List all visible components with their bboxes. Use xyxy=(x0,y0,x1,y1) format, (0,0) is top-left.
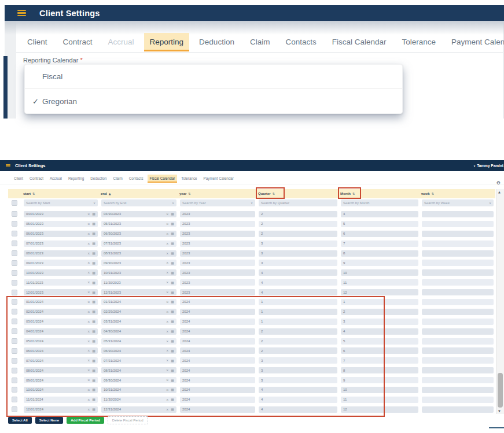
year-field[interactable]: 2023 xyxy=(180,250,255,257)
column-header-month[interactable]: Month⇅ xyxy=(339,192,420,195)
row-checkbox[interactable] xyxy=(12,309,17,314)
start-field[interactable]: 05/01/2024×▦ xyxy=(24,338,98,345)
row-checkbox[interactable] xyxy=(12,299,17,305)
end-field[interactable]: 07/31/2023×▦ xyxy=(101,240,176,247)
calendar-icon[interactable]: ▦ xyxy=(171,222,174,225)
clear-icon[interactable]: × xyxy=(166,408,168,412)
year-field[interactable]: 2023 xyxy=(180,211,255,217)
clear-icon[interactable]: × xyxy=(166,251,168,256)
clear-icon[interactable]: × xyxy=(87,310,90,314)
quarter-field[interactable]: 4 xyxy=(259,269,337,276)
calendar-icon[interactable]: ▦ xyxy=(171,251,174,255)
calendar-icon[interactable]: ▦ xyxy=(171,232,174,235)
week-field[interactable] xyxy=(422,309,494,315)
row-checkbox[interactable] xyxy=(12,348,17,354)
calendar-icon[interactable]: ▦ xyxy=(171,339,174,343)
row-checkbox[interactable] xyxy=(12,221,17,227)
month-field[interactable]: 10 xyxy=(341,387,418,393)
month-field[interactable]: 8 xyxy=(341,367,418,373)
row-checkbox[interactable] xyxy=(12,358,17,364)
tab-deduction[interactable]: Deduction xyxy=(88,175,109,183)
vertical-scrollbar[interactable]: ▲ ▼ xyxy=(496,189,504,414)
week-field[interactable] xyxy=(422,328,494,335)
clear-icon[interactable]: × xyxy=(166,300,168,304)
calendar-icon[interactable]: ▦ xyxy=(171,291,174,294)
clear-icon[interactable]: × xyxy=(87,368,90,372)
end-field[interactable]: 06/30/2023×▦ xyxy=(101,231,176,237)
week-field[interactable] xyxy=(422,357,494,364)
start-field[interactable]: 09/01/2023×▦ xyxy=(24,260,98,266)
month-field[interactable]: 8 xyxy=(341,250,418,257)
clear-icon[interactable]: × xyxy=(87,320,90,324)
row-checkbox[interactable] xyxy=(12,240,17,246)
quarter-field[interactable]: 3 xyxy=(259,377,337,383)
search-input-start[interactable]: Search by Start∨ xyxy=(24,199,98,206)
row-checkbox[interactable] xyxy=(12,290,17,295)
end-field[interactable]: 11/30/2023×▦ xyxy=(101,279,176,286)
week-field[interactable] xyxy=(422,319,494,325)
calendar-icon[interactable]: ▦ xyxy=(171,212,174,216)
start-field[interactable]: 04/01/2024×▦ xyxy=(24,328,98,335)
clear-icon[interactable]: × xyxy=(166,242,168,246)
tab-accrual[interactable]: Accrual xyxy=(102,33,140,51)
month-field[interactable]: 7 xyxy=(341,357,418,364)
week-field[interactable] xyxy=(422,240,494,247)
year-field[interactable]: 2024 xyxy=(180,328,255,335)
clear-icon[interactable]: × xyxy=(87,232,90,236)
start-field[interactable]: 07/01/2023×▦ xyxy=(24,240,98,247)
row-checkbox[interactable] xyxy=(12,319,17,324)
year-field[interactable]: 2024 xyxy=(180,347,255,354)
end-field[interactable]: 06/30/2024×▦ xyxy=(101,347,176,354)
row-checkbox[interactable] xyxy=(12,211,17,217)
row-checkbox[interactable] xyxy=(12,280,17,286)
dropdown-option-gregorian[interactable]: ✓ Gregorian xyxy=(25,89,402,113)
quarter-field[interactable]: 2 xyxy=(259,211,337,217)
start-field[interactable]: 06/01/2023×▦ xyxy=(24,231,98,237)
clear-icon[interactable]: × xyxy=(166,358,168,362)
month-field[interactable]: 5 xyxy=(341,221,418,227)
end-field[interactable]: 09/30/2023×▦ xyxy=(101,260,176,266)
week-field[interactable] xyxy=(422,377,494,383)
row-checkbox[interactable] xyxy=(12,338,17,344)
start-field[interactable]: 06/01/2024×▦ xyxy=(24,347,98,354)
end-field[interactable]: 12/31/2023×▦ xyxy=(101,289,176,295)
column-header-start[interactable]: start⇅ xyxy=(22,192,100,195)
calendar-icon[interactable]: ▦ xyxy=(171,408,174,411)
quarter-field[interactable]: 3 xyxy=(259,357,337,364)
year-field[interactable]: 2024 xyxy=(180,397,255,403)
week-field[interactable] xyxy=(422,406,494,413)
clear-icon[interactable]: × xyxy=(87,398,90,402)
calendar-icon[interactable]: ▦ xyxy=(92,369,95,372)
week-field[interactable] xyxy=(422,387,494,393)
quarter-field[interactable]: 3 xyxy=(259,367,337,373)
month-field[interactable]: 5 xyxy=(341,338,418,345)
start-field[interactable]: 11/01/2023×▦ xyxy=(24,279,98,286)
week-field[interactable] xyxy=(422,367,494,373)
clear-icon[interactable]: × xyxy=(166,232,168,236)
row-checkbox[interactable] xyxy=(12,387,17,393)
calendar-icon[interactable]: ▦ xyxy=(92,281,95,284)
calendar-icon[interactable]: ▦ xyxy=(171,369,174,372)
calendar-icon[interactable]: ▦ xyxy=(92,271,95,275)
end-field[interactable]: 02/29/2024×▦ xyxy=(101,309,176,315)
calendar-icon[interactable]: ▦ xyxy=(171,398,174,401)
clear-icon[interactable]: × xyxy=(87,242,90,246)
year-field[interactable]: 2024 xyxy=(180,338,255,345)
quarter-field[interactable]: 2 xyxy=(259,221,337,227)
calendar-icon[interactable]: ▦ xyxy=(171,271,174,275)
calendar-icon[interactable]: ▦ xyxy=(92,222,95,225)
week-field[interactable] xyxy=(422,279,494,286)
clear-icon[interactable]: × xyxy=(166,212,168,216)
year-field[interactable]: 2023 xyxy=(180,221,255,227)
end-field[interactable]: 05/31/2023×▦ xyxy=(101,221,176,227)
calendar-icon[interactable]: ▦ xyxy=(171,349,174,353)
end-field[interactable]: 08/31/2024×▦ xyxy=(101,367,176,373)
clear-icon[interactable]: × xyxy=(166,280,168,284)
calendar-icon[interactable]: ▦ xyxy=(171,379,174,382)
quarter-field[interactable]: 1 xyxy=(259,299,337,305)
quarter-field[interactable]: 2 xyxy=(259,347,337,354)
start-field[interactable]: 08/01/2023×▦ xyxy=(24,250,98,257)
month-field[interactable]: 6 xyxy=(341,231,418,237)
month-field[interactable]: 4 xyxy=(341,211,418,217)
calendar-icon[interactable]: ▦ xyxy=(92,379,95,382)
